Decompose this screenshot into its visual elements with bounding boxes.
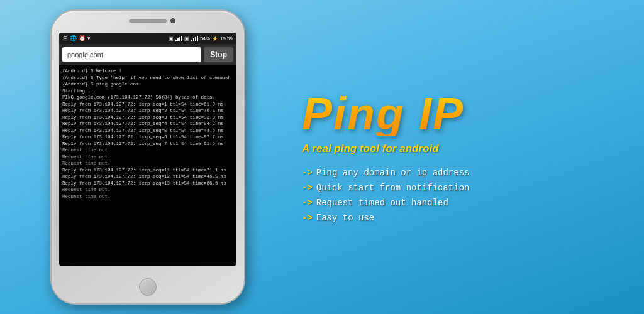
feature-item: ->Quick start from notification [302, 183, 619, 193]
sim-icon: ▣ [169, 36, 174, 41]
browser-icon: 🌐 [70, 35, 77, 41]
time-display: 19:59 [220, 36, 233, 41]
feature-arrow-icon: -> [302, 198, 313, 208]
home-button[interactable] [139, 278, 157, 296]
app-info-panel: Ping IP A real ping tool for android ->P… [283, 91, 619, 223]
status-left: ⊞ 🌐 ⏰ ▾ [63, 35, 91, 41]
feature-list: ->Ping any domain or ip address->Quick s… [302, 168, 619, 223]
input-area: Stop [59, 44, 236, 65]
status-right: ▣ ▣ 54% ⚡ 19 [169, 35, 233, 41]
notification-icon: ⊞ [63, 35, 68, 41]
feature-arrow-icon: -> [302, 168, 313, 178]
battery-percent: 54% [200, 36, 210, 41]
terminal-line: {Android} $ ping google.com [62, 81, 233, 88]
status-bar: ⊞ 🌐 ⏰ ▾ ▣ ▣ [59, 33, 236, 44]
app-subtitle: A real ping tool for android [302, 143, 619, 155]
feature-item: ->Request timed out handled [302, 198, 619, 208]
terminal-line: Reply from 173.194.127.72: icmp_seq=7 tt… [62, 141, 233, 148]
feature-item: ->Ping any domain or ip address [302, 168, 619, 178]
phone-screen: ⊞ 🌐 ⏰ ▾ ▣ ▣ [59, 33, 236, 266]
feature-text: Quick start from notification [316, 183, 470, 193]
terminal-line: Reply from 173.194.127.72: icmp_seq=1 tt… [62, 101, 233, 108]
host-input[interactable] [62, 47, 201, 62]
feature-text: Ping any domain or ip address [316, 168, 470, 178]
sim2-icon: ▣ [184, 36, 189, 41]
feature-arrow-icon: -> [302, 213, 313, 223]
terminal-line: Request time out. [62, 160, 233, 167]
phone-bottom-buttons [139, 278, 157, 296]
phone-body: ⊞ 🌐 ⏰ ▾ ▣ ▣ [50, 9, 245, 305]
alarm-icon: ⏰ [79, 35, 86, 41]
feature-arrow-icon: -> [302, 183, 313, 193]
terminal-line: Reply from 173.194.127.72: icmp_seq=5 tt… [62, 127, 233, 134]
terminal-line: Reply from 173.194.127.72: icmp_seq=12 t… [62, 173, 233, 180]
terminal-line: Request time out. [62, 147, 233, 154]
terminal-line: Reply from 173.194.127.72: icmp_seq=13 t… [62, 180, 233, 187]
terminal-line: Reply from 173.194.127.72: icmp_seq=2 tt… [62, 107, 233, 114]
signal2-icon [191, 35, 198, 41]
phone-camera [170, 18, 175, 23]
terminal-output: {Android} $ Welcome !{Android} $ Type 'h… [59, 65, 236, 266]
terminal-line: Request time out. [62, 154, 233, 161]
charging-icon: ⚡ [212, 36, 218, 41]
terminal-line: Starting ... [62, 88, 233, 95]
stop-button[interactable]: Stop [204, 47, 233, 62]
terminal-line: Reply from 173.194.127.72: icmp_seq=4 tt… [62, 121, 233, 127]
terminal-line: Request time out. [62, 193, 233, 200]
terminal-line: PING google.com (173.194.127.72) 56(84) … [62, 94, 233, 101]
terminal-line: Reply from 173.194.127.72: icmp_seq=3 tt… [62, 114, 233, 121]
feature-text: Request timed out handled [316, 198, 448, 208]
terminal-line: {Android} $ Welcome ! [62, 68, 233, 75]
phone-speaker [129, 19, 167, 23]
terminal-line: Reply from 173.194.127.72: icmp_seq=11 t… [62, 167, 233, 174]
wifi-icon: ▾ [87, 35, 91, 41]
feature-item: ->Easy to use [302, 213, 619, 223]
terminal-line: Request time out. [62, 187, 233, 193]
phone-mockup: ⊞ 🌐 ⏰ ▾ ▣ ▣ [13, 3, 283, 311]
app-title: Ping IP [302, 91, 619, 136]
terminal-line: {Android} $ Type 'help' if you need to s… [62, 75, 233, 82]
terminal-line: Reply from 173.194.127.72: icmp_seq=6 tt… [62, 134, 233, 141]
feature-text: Easy to use [316, 213, 374, 223]
signal-icon [175, 35, 182, 41]
